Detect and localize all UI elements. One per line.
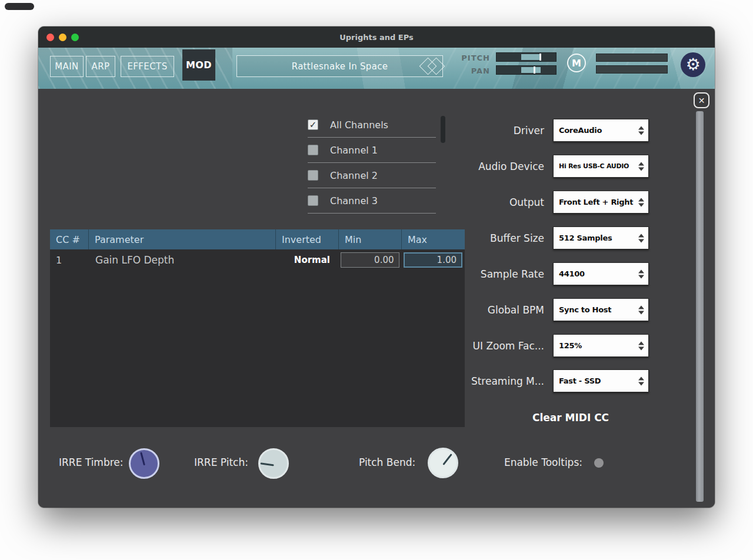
pitch-slider-handle[interactable]: [539, 54, 541, 61]
enable-tooltips-label: Enable Tooltips:: [465, 456, 582, 468]
streaming-mode-dropdown[interactable]: Fast - SSD: [553, 369, 649, 392]
preset-name: Rattlesnake In Space: [292, 61, 388, 72]
column-header-cc: CC #: [50, 229, 88, 249]
column-header-parameter: Parameter: [88, 229, 275, 249]
header-bar: MAIN ARP EFFECTS MOD Rattlesnake In Spac…: [38, 48, 715, 89]
close-settings-button[interactable]: ✕: [694, 92, 709, 108]
pitch-slider[interactable]: [496, 52, 557, 62]
window-title: Uprights and EPs: [38, 26, 715, 48]
channel-1-checkbox[interactable]: [308, 145, 318, 155]
updown-arrows-icon: [638, 341, 644, 350]
tab-main[interactable]: MAIN: [50, 56, 84, 77]
gear-icon: ⚙: [685, 56, 700, 73]
titlebar[interactable]: Uprights and EPs: [38, 26, 715, 48]
clear-midi-cc-button[interactable]: Clear MIDI CC: [482, 412, 659, 424]
updown-arrows-icon: [638, 376, 644, 385]
setting-label: Output: [427, 196, 544, 208]
min-value-field[interactable]: 0.00: [341, 252, 399, 268]
column-header-max: Max: [401, 229, 465, 249]
channel-row-2[interactable]: Channel 2: [308, 163, 436, 188]
pan-slider[interactable]: [496, 65, 557, 75]
column-header-min: Min: [338, 229, 401, 249]
channel-row-all[interactable]: ✓ All Channels: [308, 112, 436, 138]
channel-label: Channel 1: [330, 145, 378, 156]
master-slider-bottom[interactable]: [596, 65, 668, 74]
plugin-window: Uprights and EPs MAIN ARP EFFECTS MOD Ra…: [38, 26, 715, 508]
driver-dropdown[interactable]: CoreAudio: [553, 119, 649, 142]
pan-label: PAN: [450, 66, 490, 75]
parameter-cell: Gain LFO Depth: [88, 254, 275, 266]
tab-effects[interactable]: EFFECTS: [121, 56, 174, 77]
all-channels-checkbox[interactable]: ✓: [308, 119, 318, 130]
channel-label: Channel 2: [330, 170, 378, 181]
updown-arrows-icon: [638, 162, 644, 171]
max-value-field[interactable]: 1.00: [404, 252, 462, 268]
background-window-fragment: [5, 3, 34, 10]
check-icon: ✓: [309, 121, 317, 129]
setting-label: Audio Device: [427, 161, 544, 172]
cc-number-cell: 1: [50, 255, 88, 266]
pitch-bend-knob[interactable]: [428, 448, 458, 478]
irre-timbre-knob[interactable]: [129, 448, 159, 479]
pan-slider-fill: [521, 67, 540, 73]
knob-pointer: [260, 462, 274, 466]
panel-scrollbar[interactable]: [696, 111, 704, 502]
master-sliders: [596, 52, 668, 76]
table-row[interactable]: 1 Gain LFO Depth Normal 0.00 1.00: [50, 249, 465, 271]
channel-row-1[interactable]: Channel 1: [308, 138, 436, 163]
enable-tooltips-toggle[interactable]: [594, 458, 604, 468]
output-dropdown[interactable]: Front Left + Right: [553, 191, 649, 214]
channel-row-3[interactable]: Channel 3: [308, 188, 436, 214]
table-header-row: CC # Parameter Inverted Min Max: [50, 229, 465, 249]
close-icon: ✕: [698, 96, 705, 105]
ui-zoom-factor-dropdown[interactable]: 125%: [553, 334, 649, 357]
pitch-label: PITCH: [450, 54, 490, 62]
tab-mod[interactable]: MOD: [182, 49, 215, 81]
master-slider-top[interactable]: [596, 54, 668, 62]
updown-arrows-icon: [638, 234, 644, 242]
midi-channel-list: ✓ All Channels Channel 1 Channel 2 Chann…: [308, 112, 436, 214]
midi-cc-table: CC # Parameter Inverted Min Max 1 Gain L…: [50, 229, 465, 427]
settings-button[interactable]: ⚙: [681, 52, 705, 77]
column-header-inverted: Inverted: [275, 229, 338, 249]
channel-label: Channel 3: [330, 195, 378, 206]
pitch-bend-label: Pitch Bend:: [359, 456, 415, 468]
preset-display[interactable]: Rattlesnake In Space: [236, 55, 443, 77]
updown-arrows-icon: [638, 269, 644, 278]
buffer-size-dropdown[interactable]: 512 Samples: [553, 226, 649, 249]
irre-timbre-label: IRRE Timbre:: [59, 456, 124, 468]
settings-panel: ✕ ✓ All Channels Channel 1 Channel 2 Cha…: [38, 89, 715, 508]
setting-label: Driver: [427, 125, 544, 136]
channel-label: All Channels: [330, 119, 388, 131]
audio-device-dropdown[interactable]: Hi Res USB-C AUDIO: [553, 155, 649, 178]
preset-prev-next-button[interactable]: [419, 57, 447, 76]
sample-rate-dropdown[interactable]: 44100: [553, 262, 649, 285]
updown-arrows-icon: [638, 198, 644, 206]
tab-arp[interactable]: ARP: [86, 56, 115, 77]
updown-arrows-icon: [638, 126, 644, 135]
global-bpm-dropdown[interactable]: Sync to Host: [553, 298, 649, 321]
inverted-cell[interactable]: Normal: [275, 255, 338, 265]
channel-2-checkbox[interactable]: [308, 170, 318, 181]
knob-pointer: [140, 452, 145, 465]
midi-button[interactable]: M: [567, 54, 586, 72]
pitch-slider-fill: [521, 54, 540, 60]
updown-arrows-icon: [638, 305, 644, 314]
knob-pointer: [442, 454, 452, 465]
irre-pitch-label: IRRE Pitch:: [194, 456, 248, 468]
channel-3-checkbox[interactable]: [308, 195, 318, 206]
pan-slider-handle[interactable]: [534, 66, 535, 74]
irre-pitch-knob[interactable]: [258, 448, 289, 479]
